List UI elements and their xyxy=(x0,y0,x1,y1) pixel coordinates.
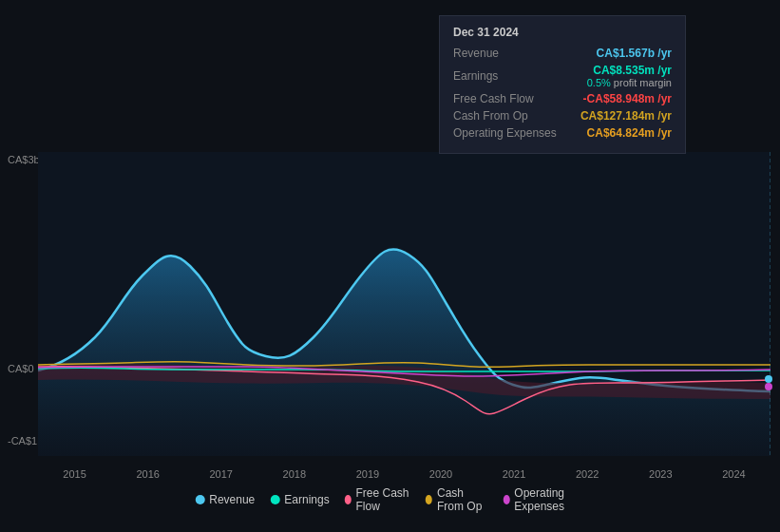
tooltip-value-opex: CA$64.824m /yr xyxy=(587,126,672,140)
legend-label-revenue: Revenue xyxy=(209,493,255,506)
chart-container: CA$3b CA$0 -CA$1b xyxy=(0,0,780,532)
x-axis-labels: 2015 2016 2017 2018 2019 2020 2021 2022 … xyxy=(38,468,770,480)
legend-label-cashfromop: Cash From Op xyxy=(437,486,488,513)
y-label-0: CA$0 xyxy=(8,363,34,374)
tooltip-value-revenue: CA$1.567b /yr xyxy=(597,47,672,60)
legend-dot-revenue xyxy=(195,495,204,504)
x-label-2019: 2019 xyxy=(356,468,379,480)
tooltip-value-fcf: -CA$58.948m /yr xyxy=(583,92,672,105)
legend-cashfromop[interactable]: Cash From Op xyxy=(426,486,487,513)
legend-dot-opex xyxy=(503,495,509,504)
tooltip-label-fcf: Free Cash Flow xyxy=(453,92,534,105)
x-label-2015: 2015 xyxy=(63,468,86,480)
right-dot-opex xyxy=(765,383,772,390)
tooltip-value-cashfromop: CA$127.184m /yr xyxy=(580,109,672,123)
tooltip-row-revenue: Revenue CA$1.567b /yr xyxy=(453,47,672,60)
tooltip-date: Dec 31 2024 xyxy=(453,26,672,39)
tooltip: Dec 31 2024 Revenue CA$1.567b /yr Earnin… xyxy=(439,15,686,154)
legend-opex[interactable]: Operating Expenses xyxy=(503,486,584,513)
chart-svg xyxy=(38,152,770,456)
x-label-2022: 2022 xyxy=(576,468,599,480)
legend-fcf[interactable]: Free Cash Flow xyxy=(345,486,411,513)
x-label-2020: 2020 xyxy=(429,468,452,480)
legend-label-earnings: Earnings xyxy=(284,493,329,506)
x-label-2024: 2024 xyxy=(722,468,745,480)
legend-label-opex: Operating Expenses xyxy=(514,486,584,513)
chart-legend: Revenue Earnings Free Cash Flow Cash Fro… xyxy=(195,486,585,513)
tooltip-label-cashfromop: Cash From Op xyxy=(453,109,528,123)
x-label-2021: 2021 xyxy=(503,468,525,480)
tooltip-label-opex: Operating Expenses xyxy=(453,126,557,140)
tooltip-label-revenue: Revenue xyxy=(453,47,499,60)
legend-earnings[interactable]: Earnings xyxy=(270,493,329,506)
y-label-3b: CA$3b xyxy=(8,154,40,165)
right-dot-revenue xyxy=(765,375,772,383)
x-label-2018: 2018 xyxy=(283,468,306,480)
legend-label-fcf: Free Cash Flow xyxy=(355,486,410,513)
x-label-2016: 2016 xyxy=(136,468,159,480)
tooltip-row-cashfromop: Cash From Op CA$127.184m /yr xyxy=(453,109,672,123)
x-label-2017: 2017 xyxy=(209,468,232,480)
tooltip-row-opex: Operating Expenses CA$64.824m /yr xyxy=(453,126,672,140)
legend-revenue[interactable]: Revenue xyxy=(195,493,255,506)
x-label-2023: 2023 xyxy=(649,468,672,480)
tooltip-row-earnings: Earnings CA$8.535m /yr 0.5% profit margi… xyxy=(453,64,672,88)
tooltip-profit-margin: 0.5% profit margin xyxy=(587,77,672,88)
tooltip-row-fcf: Free Cash Flow -CA$58.948m /yr xyxy=(453,92,672,105)
legend-dot-earnings xyxy=(270,495,279,504)
legend-dot-fcf xyxy=(345,495,352,504)
tooltip-label-earnings: Earnings xyxy=(453,69,498,83)
tooltip-value-earnings: CA$8.535m /yr xyxy=(587,64,672,77)
legend-dot-cashfromop xyxy=(426,495,432,504)
